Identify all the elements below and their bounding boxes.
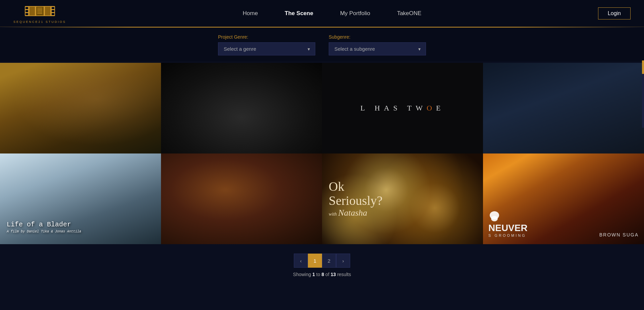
- life-blader-title: Life of a Blader A film by Daniel Tika &…: [7, 220, 81, 234]
- genre-select-wrapper: Select a genre: [218, 42, 315, 55]
- grid-item-4[interactable]: [483, 63, 644, 153]
- scrollbar[interactable]: [642, 60, 644, 128]
- subgenre-select-wrapper: Select a subgenre: [329, 42, 426, 55]
- pagination-info: Showing 1 to 8 of 13 results: [293, 272, 351, 277]
- showing-text: Showing: [293, 272, 313, 277]
- genre-select[interactable]: Select a genre: [218, 42, 315, 55]
- grid-item-5[interactable]: Life of a Blader A film by Daniel Tika &…: [0, 153, 161, 244]
- grid-item-3[interactable]: L HAS TWO E: [322, 63, 483, 153]
- svg-rect-3: [25, 13, 28, 15]
- genre-filter-group: Project Genre: Select a genre: [218, 34, 315, 55]
- logo-icon: [21, 3, 58, 19]
- next-page-button[interactable]: ›: [336, 254, 350, 268]
- page-1-button[interactable]: 1: [308, 254, 322, 268]
- ok-seriously-title: OkSeriously? with Natasha: [322, 153, 483, 244]
- logo-area: SEQUENCE21 STUDIOS: [13, 3, 66, 24]
- svg-rect-6: [52, 13, 54, 15]
- svg-rect-2: [25, 10, 28, 12]
- grid-item-7[interactable]: OkSeriously? with Natasha: [322, 153, 483, 244]
- neuver-title: NEUVER S GROOMING BROWN SUGA: [483, 208, 644, 241]
- nav-the-scene[interactable]: The Scene: [285, 10, 313, 17]
- range-start: 1: [312, 272, 315, 277]
- main-nav: Home The Scene My Portfolio TakeONE: [66, 10, 598, 17]
- pagination-area: ‹ 1 2 › Showing 1 to 8 of 13 results: [0, 244, 644, 280]
- results-text: results: [336, 272, 351, 277]
- nav-home[interactable]: Home: [243, 10, 258, 17]
- total-count: 13: [331, 272, 336, 277]
- has-two-title: L HAS TWO E: [322, 63, 483, 153]
- svg-point-16: [491, 216, 498, 221]
- page-2-button[interactable]: 2: [322, 254, 336, 268]
- grid-item-6[interactable]: [161, 153, 322, 244]
- svg-rect-9: [45, 7, 50, 15]
- media-grid: L HAS TWO E Life of a Blader A film by D…: [0, 63, 644, 244]
- grid-item-8[interactable]: NEUVER S GROOMING BROWN SUGA: [483, 153, 644, 244]
- header: SEQUENCE21 STUDIOS Home The Scene My Por…: [0, 0, 644, 27]
- grid-item-1[interactable]: [0, 63, 161, 153]
- filter-bar: Project Genre: Select a genre Subgenre: …: [0, 28, 644, 61]
- to-text: to: [315, 272, 321, 277]
- of-text: of: [324, 272, 330, 277]
- svg-rect-1: [25, 7, 28, 9]
- svg-rect-7: [30, 7, 35, 15]
- subgenre-filter-group: Subgenre: Select a subgenre: [329, 34, 426, 55]
- genre-label: Project Genre:: [218, 34, 315, 40]
- scroll-thumb: [642, 60, 644, 74]
- login-button[interactable]: Login: [598, 7, 631, 19]
- subgenre-label: Subgenre:: [329, 34, 426, 40]
- svg-rect-5: [52, 10, 54, 12]
- prev-page-button[interactable]: ‹: [294, 254, 308, 268]
- nav-my-portfolio[interactable]: My Portfolio: [340, 10, 370, 17]
- subgenre-select[interactable]: Select a subgenre: [329, 42, 426, 55]
- svg-rect-4: [52, 7, 54, 9]
- logo-label: SEQUENCE21 STUDIOS: [13, 20, 66, 24]
- grid-item-2[interactable]: [161, 63, 322, 153]
- nav-takeone[interactable]: TakeONE: [397, 10, 422, 17]
- pagination-controls: ‹ 1 2 ›: [294, 254, 350, 268]
